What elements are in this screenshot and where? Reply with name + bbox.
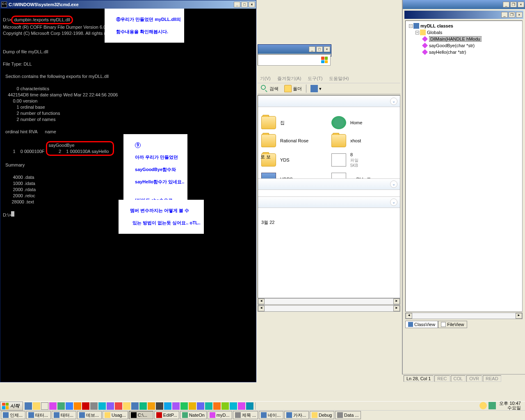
ql-app-icon[interactable] — [90, 402, 98, 410]
scroll-track[interactable] — [412, 313, 516, 319]
ql-app-icon[interactable] — [172, 402, 180, 410]
scroll-left-button[interactable]: ◄ — [406, 313, 412, 319]
scroll-right-button[interactable]: ► — [516, 313, 522, 319]
scroll-right-button[interactable]: ► — [393, 306, 400, 311]
ql-app-icon[interactable] — [49, 402, 57, 410]
folder-item[interactable]: Rational Rose — [260, 133, 328, 148]
chevron-down-icon[interactable]: ⌄ — [390, 199, 397, 206]
close-button[interactable]: × — [249, 2, 255, 7]
collapse-icon[interactable]: − — [409, 24, 413, 28]
task-button[interactable]: Debug — [310, 411, 334, 419]
pane-group-header[interactable]: ⌄ — [258, 178, 400, 190]
ide-titlebar[interactable]: _ ❐ × — [403, 0, 525, 9]
maximize-button[interactable]: □ — [316, 46, 323, 52]
menu-help[interactable]: 도움말(H) — [329, 75, 349, 82]
ql-app-icon[interactable] — [221, 402, 229, 410]
task-button[interactable]: 제목 ... — [233, 411, 258, 419]
tree-function-sayhello[interactable]: sayHello(char *str) — [407, 49, 520, 55]
close-button[interactable]: × — [516, 12, 523, 18]
ql-app-icon[interactable] — [148, 402, 155, 410]
task-button[interactable]: 가자... — [284, 411, 309, 419]
clock[interactable]: 오후 10:47 수요일 — [498, 401, 523, 410]
task-button[interactable]: 태터... — [26, 411, 51, 419]
maximize-button[interactable]: ❐ — [510, 2, 517, 7]
folder-item[interactable]: 집 — [260, 115, 328, 130]
task-button[interactable]: EditP... — [154, 411, 179, 419]
task-button[interactable]: NateOn — [180, 411, 207, 419]
pane-group-header[interactable]: ⌄ — [258, 96, 400, 107]
tab-fileview[interactable]: FileView — [438, 321, 467, 328]
folder-item[interactable]: xhost — [330, 133, 398, 148]
ql-app-icon[interactable] — [156, 402, 163, 410]
ql-app-icon[interactable] — [115, 402, 122, 410]
collapse-icon[interactable]: − — [415, 31, 419, 34]
explorer-titlebar[interactable]: _ □ × — [258, 45, 331, 54]
task-button[interactable]: myD... — [208, 411, 232, 419]
tree-root[interactable]: − myDLL classes — [407, 23, 520, 29]
tab-classview[interactable]: ClassView — [405, 321, 438, 328]
close-button[interactable]: × — [324, 46, 330, 52]
scroll-track[interactable] — [265, 306, 393, 311]
maximize-button[interactable]: □ — [241, 2, 248, 7]
ql-app-icon[interactable] — [230, 402, 237, 410]
task-button[interactable]: 네이... — [259, 411, 283, 419]
ql-app-icon[interactable] — [98, 402, 106, 410]
tray-icon[interactable] — [488, 402, 496, 409]
ql-app-icon[interactable] — [164, 402, 171, 410]
tray-icon[interactable] — [479, 402, 487, 409]
ql-app-icon[interactable] — [238, 402, 245, 410]
ql-app-icon[interactable] — [131, 402, 139, 410]
pane-group-header[interactable]: ⌄ — [258, 196, 400, 208]
menu-tools[interactable]: 도구(T) — [308, 75, 322, 82]
class-tree-panel[interactable]: − myDLL classes − Globals DllMain(HANDLE… — [405, 21, 523, 312]
task-button[interactable]: 인제... — [1, 411, 25, 419]
ql-app-icon[interactable] — [57, 402, 65, 410]
task-button-cmd[interactable]: C:\... — [129, 411, 153, 419]
ql-explorer-icon[interactable] — [33, 402, 40, 410]
folders-button[interactable]: 폴더 — [283, 84, 304, 93]
explorer-file-pane[interactable]: ⌄ 집 Home Rational Rose xhost YDS 8파일5KB … — [258, 95, 400, 298]
ql-app-icon[interactable] — [180, 402, 188, 410]
ql-app-icon[interactable] — [213, 402, 221, 410]
minimize-button[interactable]: _ — [501, 12, 508, 18]
ql-app-icon[interactable] — [107, 402, 114, 410]
menu-favorites[interactable]: 즐겨찾기(A) — [277, 75, 301, 82]
scroll-right-button[interactable]: ► — [393, 299, 400, 304]
scroll-left-button[interactable]: ◄ — [258, 306, 265, 311]
folder-item[interactable]: Home — [330, 115, 398, 130]
minimize-button[interactable]: _ — [234, 2, 240, 7]
scroll-left-button[interactable]: ◄ — [258, 299, 265, 304]
ql-app-icon[interactable] — [123, 402, 130, 410]
task-button[interactable]: Data ... — [335, 411, 361, 419]
task-button[interactable]: 태터... — [52, 411, 76, 419]
start-button[interactable]: 시작 — [0, 402, 23, 411]
ql-app-icon[interactable] — [139, 402, 147, 410]
chevron-down-icon[interactable]: ⌄ — [390, 180, 397, 188]
minimize-button[interactable]: _ — [309, 46, 315, 52]
search-button[interactable]: 검색 — [259, 84, 280, 93]
ql-app-icon[interactable] — [189, 402, 196, 410]
ql-ie-icon[interactable] — [25, 402, 32, 410]
ql-app-icon[interactable] — [205, 402, 212, 410]
ql-app-icon[interactable] — [197, 402, 204, 410]
ql-desktop-icon[interactable] — [41, 402, 48, 410]
chevron-down-icon[interactable]: ⌄ — [390, 98, 397, 105]
restore-button[interactable]: ❐ — [509, 12, 515, 18]
tree-globals[interactable]: − Globals — [407, 29, 520, 36]
ql-app-icon[interactable] — [74, 402, 81, 410]
views-button[interactable]: ▾ — [309, 84, 323, 93]
tree-function-saygoodbye[interactable]: sayGoodBye(char *str) — [407, 42, 520, 49]
ide-inner-titlebar[interactable]: _ ❐ × — [404, 11, 523, 19]
tree-scrollbar[interactable]: ◄ ► — [405, 313, 523, 319]
ide-hscroll[interactable]: ◄ ► — [258, 305, 400, 312]
ql-app-icon[interactable] — [246, 402, 253, 410]
tree-function-dllmain[interactable]: DllMain(HANDLE hModu — [407, 36, 520, 42]
ql-app-icon[interactable] — [66, 402, 73, 410]
cmd-titlebar[interactable]: C:\ C:\WINDOWS\system32\cmd.exe _ □ × — [0, 0, 256, 9]
task-button[interactable]: 데브... — [77, 411, 102, 419]
ql-app-icon[interactable] — [82, 402, 89, 410]
close-button[interactable]: × — [518, 2, 524, 7]
file-item[interactable]: 8파일5KB — [330, 151, 398, 169]
scroll-track[interactable] — [265, 299, 393, 304]
menu-view[interactable]: 기(V) — [260, 75, 271, 82]
